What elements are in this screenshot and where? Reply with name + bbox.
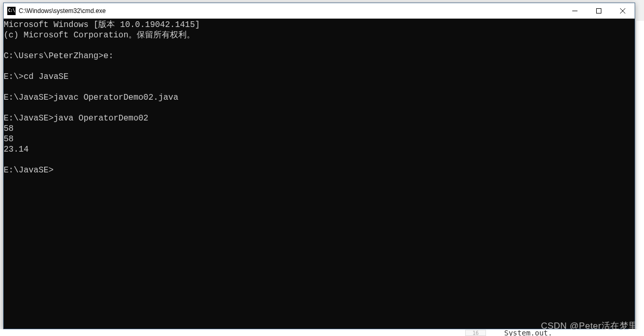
close-button[interactable] bbox=[611, 3, 635, 18]
terminal-line bbox=[4, 155, 635, 165]
titlebar[interactable]: C:\ C:\Windows\system32\cmd.exe bbox=[4, 3, 635, 19]
minimize-icon bbox=[572, 8, 577, 14]
cmd-window: C:\ C:\Windows\system32\cmd.exe Microsof… bbox=[3, 3, 635, 329]
background-line-number: 16 bbox=[465, 330, 486, 336]
minimize-button[interactable] bbox=[563, 3, 587, 18]
terminal-line: E:\JavaSE>javac OperatorDemo02.java bbox=[4, 92, 635, 103]
terminal-line bbox=[4, 103, 635, 113]
terminal-line: E:\JavaSE>java OperatorDemo02 bbox=[4, 113, 635, 124]
terminal-line: E:\JavaSE> bbox=[4, 165, 635, 176]
svg-rect-1 bbox=[597, 8, 601, 13]
terminal-line: E:\>cd JavaSE bbox=[4, 72, 635, 82]
maximize-icon bbox=[596, 8, 601, 14]
terminal-line: 58 bbox=[4, 124, 635, 134]
terminal-output[interactable]: Microsoft Windows [版本 10.0.19042.1415](c… bbox=[4, 19, 635, 329]
background-editor-fragment bbox=[636, 21, 644, 332]
watermark-text: CSDN @Peter活在梦里 bbox=[541, 320, 638, 332]
window-title: C:\Windows\system32\cmd.exe bbox=[19, 7, 563, 15]
window-controls bbox=[563, 3, 635, 18]
terminal-line bbox=[4, 41, 635, 51]
terminal-line bbox=[4, 82, 635, 92]
maximize-button[interactable] bbox=[587, 3, 611, 18]
terminal-line bbox=[4, 61, 635, 72]
terminal-line: 23.14 bbox=[4, 144, 635, 155]
terminal-line: Microsoft Windows [版本 10.0.19042.1415] bbox=[4, 20, 635, 30]
close-icon bbox=[620, 8, 625, 14]
cmd-icon: C:\ bbox=[7, 7, 16, 15]
terminal-line: 58 bbox=[4, 134, 635, 144]
terminal-line: (c) Microsoft Corporation。保留所有权利。 bbox=[4, 30, 635, 41]
terminal-line: C:\Users\PeterZhang>e: bbox=[4, 51, 635, 61]
